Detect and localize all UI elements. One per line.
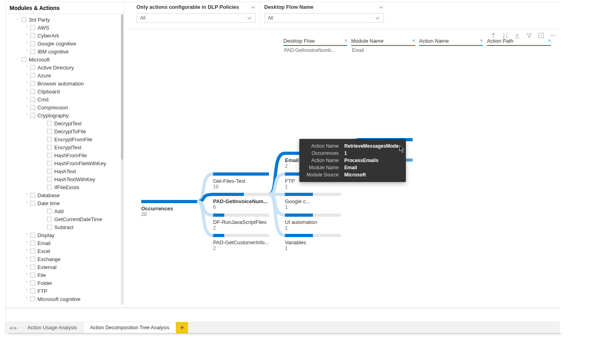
checkbox[interactable] bbox=[30, 233, 35, 237]
tree-item[interactable]: IfFileExists bbox=[6, 183, 123, 191]
tree-item[interactable]: ˅Folder bbox=[6, 279, 123, 287]
checkbox[interactable] bbox=[30, 81, 35, 86]
tree-item[interactable]: ˅Excel bbox=[6, 247, 123, 255]
checkbox[interactable] bbox=[30, 273, 35, 277]
chevron-down-icon[interactable]: ˅ bbox=[23, 281, 30, 285]
close-icon[interactable]: × bbox=[344, 38, 347, 44]
checkbox[interactable] bbox=[30, 65, 35, 70]
tree-item[interactable]: HashFromFile bbox=[6, 151, 123, 159]
filter-dlp-select[interactable]: All bbox=[136, 13, 256, 23]
checkbox[interactable] bbox=[47, 217, 52, 222]
filter-flow-select[interactable]: All bbox=[264, 13, 384, 23]
chevron-down-icon[interactable]: ˅ bbox=[23, 193, 30, 198]
chevron-down-icon[interactable]: ˅ bbox=[23, 81, 30, 86]
checkbox[interactable] bbox=[30, 257, 35, 261]
tree-item[interactable]: DecryptText bbox=[6, 119, 123, 127]
chevron-down-icon[interactable]: ˅ bbox=[23, 265, 30, 269]
tree-item[interactable]: DecryptToFile bbox=[6, 127, 123, 135]
chevron-up-icon[interactable]: ˄ bbox=[23, 113, 30, 118]
page-nav-arrows[interactable]: ◀ ▶ bbox=[5, 322, 21, 333]
checkbox[interactable] bbox=[30, 289, 35, 293]
checkbox[interactable] bbox=[30, 105, 35, 110]
tree-item[interactable]: ˅External bbox=[6, 263, 123, 271]
decomp-node[interactable]: Get-Files-Test10 bbox=[213, 172, 273, 190]
tree-item[interactable]: ˅Google cognitive bbox=[6, 40, 123, 47]
checkbox[interactable] bbox=[47, 145, 52, 150]
checkbox[interactable] bbox=[30, 89, 35, 94]
checkbox[interactable] bbox=[30, 113, 35, 118]
chevron-up-icon[interactable]: ˄ bbox=[23, 201, 30, 206]
close-icon[interactable]: × bbox=[412, 38, 415, 44]
checkbox[interactable] bbox=[47, 121, 52, 126]
tree-item[interactable]: HashText bbox=[6, 167, 123, 175]
chevron-up-icon[interactable]: ˄ bbox=[14, 18, 21, 22]
tree-item[interactable]: Add bbox=[6, 207, 123, 215]
chevron-down-icon[interactable]: ˅ bbox=[23, 233, 30, 237]
tree-item[interactable]: ˅Database bbox=[6, 191, 123, 199]
checkbox[interactable] bbox=[30, 249, 35, 253]
chevron-up-icon[interactable]: ˄ bbox=[14, 57, 21, 62]
tree-item[interactable]: ˄Date time bbox=[6, 199, 123, 207]
tree-item[interactable]: ˅Exchange bbox=[6, 255, 123, 263]
chevron-down-icon[interactable]: ˅ bbox=[23, 297, 30, 301]
checkbox[interactable] bbox=[47, 169, 52, 174]
decomp-node[interactable]: DF-RunJavaScriptFiles2 bbox=[213, 214, 273, 231]
tree-item[interactable]: ˅IBM cognitive bbox=[6, 47, 123, 55]
tree-item[interactable]: HashFromFileWithKey bbox=[6, 159, 123, 167]
tab-action-usage[interactable]: Action Usage Analysis bbox=[21, 322, 84, 333]
tree-item[interactable]: EncryptText bbox=[6, 143, 123, 151]
checkbox[interactable] bbox=[30, 201, 35, 206]
chevron-down-icon[interactable]: ˅ bbox=[23, 34, 30, 38]
checkbox[interactable] bbox=[30, 241, 35, 245]
tree-item[interactable]: GetCurrentDateTime bbox=[6, 215, 123, 223]
chevron-down-icon[interactable]: ˅ bbox=[23, 42, 30, 46]
sidebar-scrollbar[interactable] bbox=[121, 14, 123, 305]
tree-item[interactable]: ˅Azure bbox=[6, 71, 123, 79]
checkbox[interactable] bbox=[30, 49, 35, 54]
tree-item[interactable]: ˅AWS bbox=[6, 24, 123, 32]
checkbox[interactable] bbox=[30, 281, 35, 285]
tree-item[interactable]: ˅CyberArk bbox=[6, 32, 123, 40]
chevron-down-icon[interactable]: ˅ bbox=[23, 97, 30, 102]
tree-item[interactable]: HashTextWithKey bbox=[6, 175, 123, 183]
chevron-down-icon[interactable]: ˅ bbox=[23, 89, 30, 94]
resize-handle[interactable] bbox=[6, 308, 560, 308]
tree-item[interactable]: Subtract bbox=[6, 223, 123, 231]
tree-item[interactable]: ˅Active Directory bbox=[6, 63, 123, 71]
chevron-down-icon[interactable]: ˅ bbox=[23, 73, 30, 78]
close-icon[interactable]: × bbox=[548, 38, 551, 44]
tree-item[interactable]: ˅Mouse and keyboard bbox=[6, 303, 123, 305]
chevron-down-icon[interactable]: ˅ bbox=[23, 26, 30, 30]
chevron-down-icon[interactable]: ˅ bbox=[23, 273, 30, 277]
decomp-node[interactable]: Variables1 bbox=[285, 234, 345, 251]
chevron-down-icon[interactable]: ˅ bbox=[23, 249, 30, 253]
checkbox[interactable] bbox=[22, 17, 26, 22]
decomp-node[interactable]: Occurrences20 bbox=[141, 200, 197, 217]
chevron-down-icon[interactable]: ˅ bbox=[23, 289, 30, 293]
checkbox[interactable] bbox=[30, 265, 35, 269]
chevron-down-icon[interactable]: ˅ bbox=[23, 49, 30, 54]
chevron-down-icon[interactable] bbox=[378, 4, 384, 10]
checkbox[interactable] bbox=[30, 41, 35, 46]
checkbox[interactable] bbox=[22, 57, 26, 62]
checkbox[interactable] bbox=[47, 153, 52, 158]
sidebar-tree[interactable]: ˄3rd Party˅AWS˅CyberArk˅Google cognitive… bbox=[6, 14, 123, 305]
tab-action-decomp[interactable]: Action Decomposition Tree Analysis bbox=[84, 322, 176, 333]
tree-item[interactable]: ˅File bbox=[6, 271, 123, 279]
checkbox[interactable] bbox=[47, 177, 52, 182]
checkbox[interactable] bbox=[47, 185, 52, 190]
checkbox[interactable] bbox=[47, 225, 52, 229]
tree-item[interactable]: ˄3rd Party bbox=[6, 16, 123, 24]
decomp-node[interactable]: PAD-GetInvoiceNum...6 bbox=[213, 193, 273, 210]
decomposition-tree[interactable]: Occurrences20Get-Files-Test10PAD-GetInvo… bbox=[133, 101, 555, 299]
tree-item[interactable]: ˅Clipboard bbox=[6, 87, 123, 95]
checkbox[interactable] bbox=[47, 161, 52, 166]
add-page-button[interactable]: + bbox=[176, 322, 188, 333]
checkbox[interactable] bbox=[30, 97, 35, 102]
visual-canvas[interactable]: Desktop Flow× PAD-GetInvoiceNumb... Modu… bbox=[128, 29, 560, 305]
decomp-node[interactable]: PAD-GetCustomerInfo...2 bbox=[213, 234, 273, 251]
checkbox[interactable] bbox=[47, 129, 52, 134]
tree-item[interactable]: ˅Browser automation bbox=[6, 79, 123, 87]
decomp-node[interactable]: UI automation1 bbox=[285, 214, 345, 231]
tree-item[interactable]: ˅FTP bbox=[6, 287, 123, 295]
